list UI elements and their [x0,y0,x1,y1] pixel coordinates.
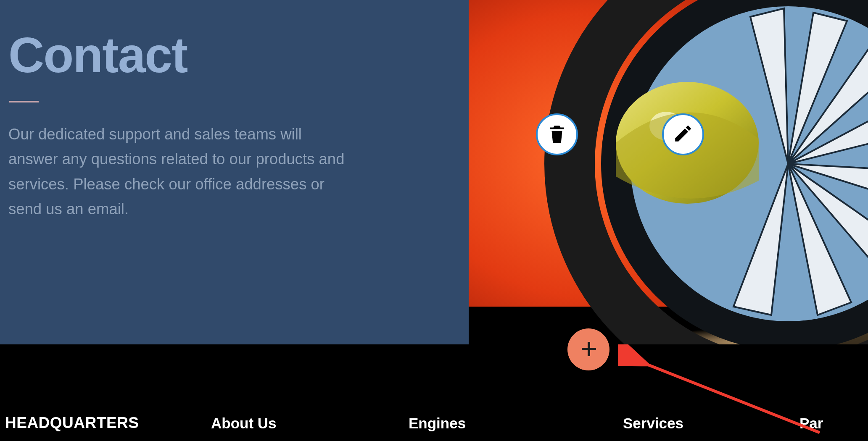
add-section-button[interactable] [567,328,609,370]
footer-link-about[interactable]: About Us [211,415,409,432]
trash-icon [546,123,567,146]
footer-link-engines[interactable]: Engines [409,415,623,432]
footer-heading-headquarters: HEADQUARTERS [5,414,211,432]
footer-link-partners-partial[interactable]: Par [799,415,864,432]
footer-link-services[interactable]: Services [623,415,799,432]
page-title: Contact [8,29,460,81]
engine-image [469,0,868,344]
title-underline [9,101,39,102]
contact-text-panel: Contact Our dedicated support and sales … [0,0,469,344]
delete-image-button[interactable] [536,113,578,155]
image-edit-overlay [536,113,704,155]
contact-description: Our dedicated support and sales teams wi… [8,122,353,222]
hero-section: Contact Our dedicated support and sales … [0,0,868,344]
edit-image-button[interactable] [662,113,704,155]
footer-nav: HEADQUARTERS About Us Engines Services P… [0,344,868,441]
plus-icon [578,339,599,360]
hero-image-panel[interactable] [469,0,868,344]
pencil-icon [673,123,694,146]
